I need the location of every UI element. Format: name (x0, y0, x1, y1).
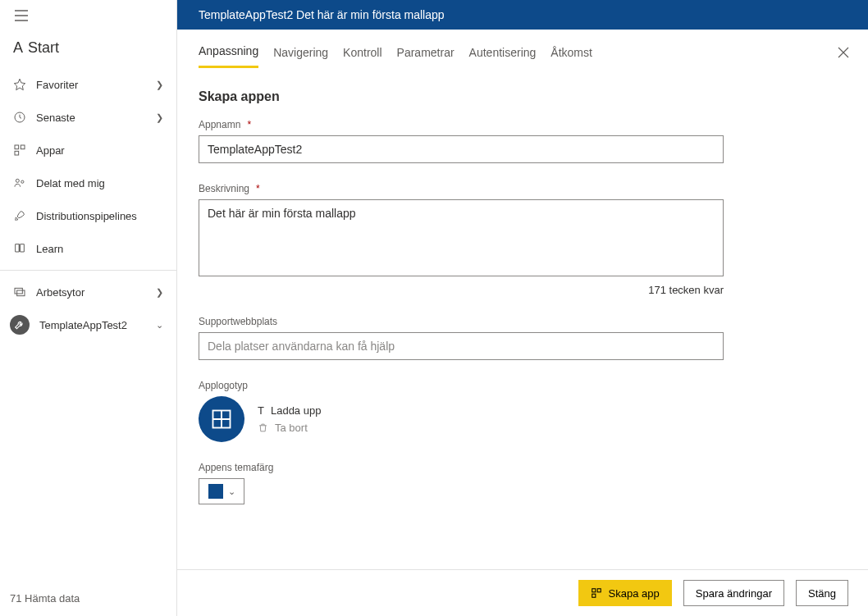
delete-logo-link[interactable]: Ta bort (258, 422, 321, 434)
header-title: TemplateAppTest2 Det här är min första m… (199, 8, 445, 21)
close-button-footer[interactable]: Stäng (796, 580, 848, 606)
home-label: Start (28, 39, 59, 57)
nav-current-workspace[interactable]: TemplateAppTest2 ⌄ (0, 308, 176, 341)
nav-divider (0, 270, 176, 271)
chevron-right-icon: ❯ (156, 80, 163, 90)
svg-rect-10 (597, 589, 601, 592)
app-logo-preview (199, 396, 244, 442)
tab-navigering[interactable]: Navigering (273, 46, 328, 67)
logo-label: Applogotyp (199, 380, 248, 391)
tabs: Anpassning Navigering Kontroll Parametra… (177, 30, 868, 68)
home-icon-wrap: A (13, 39, 23, 57)
sidebar: A Start Favoriter ❯ Senaste ❯ (0, 0, 177, 616)
rocket-icon (13, 209, 26, 222)
field-support: Supportwebbplats (199, 316, 724, 360)
trash-icon (258, 422, 268, 433)
form-area: Skapa appen Appnamn * Beskrivning * 171 … (177, 68, 868, 569)
svg-rect-11 (592, 594, 595, 597)
chevron-down-icon: ⌄ (228, 486, 235, 497)
required-indicator: * (247, 119, 251, 130)
close-button[interactable] (837, 46, 850, 62)
nav-label: Learn (36, 243, 163, 255)
nav-label: Senaste (36, 112, 146, 124)
nav-label: TemplateAppTest2 (39, 319, 146, 331)
apps-icon (13, 144, 26, 157)
clock-icon (13, 111, 26, 124)
svg-rect-1 (15, 145, 19, 149)
delete-label: Ta bort (275, 422, 308, 434)
field-logo: Applogotyp T Ladda upp Ta bort (199, 380, 724, 442)
close-icon (837, 46, 850, 59)
chevron-right-icon: ❯ (156, 112, 163, 123)
description-label: Beskrivning (199, 183, 249, 194)
appname-input[interactable] (199, 135, 724, 163)
upload-label: Ladda upp (271, 404, 321, 417)
svg-rect-2 (21, 145, 25, 149)
close-label: Stäng (808, 587, 836, 600)
main-panel: TemplateAppTest2 Det här är min första m… (177, 0, 868, 616)
support-input[interactable] (199, 332, 724, 360)
appname-label: Appnamn (199, 119, 240, 130)
upload-logo-link[interactable]: T Ladda upp (258, 404, 321, 417)
tab-autentisering[interactable]: Autentisering (469, 46, 537, 67)
nav-label: Appar (36, 144, 163, 157)
app-logo-icon (210, 408, 233, 431)
field-theme-color: Appens temafärg ⌄ (199, 462, 724, 504)
star-icon (13, 78, 26, 91)
nav-distribution-pipelines[interactable]: Distributionspipelines (0, 199, 176, 232)
chevron-right-icon: ❯ (156, 287, 163, 298)
footer-label: Hämta data (25, 592, 80, 605)
theme-color-picker[interactable]: ⌄ (199, 478, 244, 504)
save-changes-button[interactable]: Spara ändringar (683, 580, 784, 606)
save-label: Spara ändringar (696, 587, 772, 600)
hamburger-menu[interactable] (0, 0, 176, 31)
nav-delat-med-mig[interactable]: Delat med mig (0, 167, 176, 199)
tab-anpassning[interactable]: Anpassning (199, 44, 258, 68)
upload-icon: T (258, 404, 264, 417)
color-swatch (208, 484, 223, 499)
book-icon (13, 242, 26, 255)
apps-icon (591, 587, 602, 599)
svg-rect-6 (15, 288, 22, 294)
nav-label: Delat med mig (36, 177, 163, 189)
nav-arbetsytor[interactable]: Arbetsytor ❯ (0, 276, 176, 308)
footer-bar: Skapa app Spara ändringar Stäng (177, 569, 868, 616)
support-label: Supportwebbplats (199, 316, 277, 327)
nav-senaste[interactable]: Senaste ❯ (0, 101, 176, 134)
svg-rect-3 (15, 151, 19, 155)
tab-kontroll[interactable]: Kontroll (343, 46, 381, 67)
nav-label: Distributionspipelines (36, 210, 163, 222)
chevron-down-icon: ⌄ (156, 320, 163, 331)
header-bar: TemplateAppTest2 Det här är min första m… (177, 0, 868, 30)
svg-point-4 (16, 179, 19, 182)
footer-prefix: 71 (10, 592, 21, 605)
nav-favoriter[interactable]: Favoriter ❯ (0, 68, 176, 101)
nav-label: Arbetsytor (36, 286, 146, 299)
svg-point-5 (21, 180, 24, 183)
svg-rect-9 (592, 589, 595, 592)
hamburger-icon (15, 10, 28, 21)
char-counter: 171 tecken kvar (199, 284, 724, 296)
description-input[interactable] (199, 199, 724, 276)
svg-rect-7 (17, 290, 25, 296)
theme-label: Appens temafärg (199, 462, 273, 473)
wrench-icon (10, 315, 30, 335)
workspaces-icon (13, 285, 26, 299)
shared-icon (13, 176, 26, 189)
nav-learn[interactable]: Learn (0, 232, 176, 265)
nav-appar[interactable]: Appar (0, 134, 176, 167)
required-indicator: * (256, 183, 260, 194)
nav-label: Favoriter (36, 79, 146, 91)
nav-start[interactable]: A Start (0, 31, 176, 68)
tab-parametrar[interactable]: Parametrar (397, 46, 455, 67)
create-app-button[interactable]: Skapa app (578, 580, 672, 606)
field-description: Beskrivning * 171 tecken kvar (199, 183, 724, 296)
sidebar-footer[interactable]: 71 Hämta data (0, 584, 176, 616)
tab-atkomst[interactable]: Åtkomst (550, 46, 592, 67)
field-appname: Appnamn * (199, 119, 724, 163)
section-title: Skapa appen (199, 89, 843, 104)
create-app-label: Skapa app (609, 587, 660, 600)
